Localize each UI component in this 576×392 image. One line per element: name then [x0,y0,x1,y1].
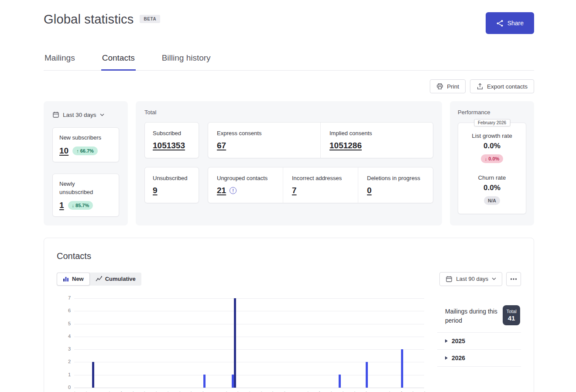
x-axis-tick: 15 [269,391,276,392]
period-panel: Last 30 days New subscribers 10 ↑66.7% N… [44,101,128,225]
toggle-cumulative[interactable]: Cumulative [90,273,141,286]
x-axis-tick: 09 [246,391,253,392]
chevron-down-icon [492,277,496,280]
total-panel: Total Subscribed 1051353 Express consent… [136,101,442,225]
implied-consents-value[interactable]: 1051286 [329,141,362,150]
info-icon[interactable]: ! [230,187,237,194]
ungrouped-contacts-section: Ungrouped contacts 21 ! [208,167,283,203]
express-consents-value[interactable]: 67 [217,141,226,150]
deletions-value[interactable]: 0 [367,186,372,195]
gridline [74,311,424,311]
x-axis-tick: 10 [130,391,137,392]
chart-bar[interactable] [366,362,368,388]
chart-bar[interactable] [234,298,236,388]
y-axis-tick: 1 [59,372,71,377]
gridline [74,375,424,375]
tab-contacts[interactable]: Contacts [101,51,136,71]
chart-range-label: Last 90 days [456,276,488,282]
page-title: Global statistics [44,12,134,27]
implied-consents-section: Implied consents 1051286 [320,123,433,158]
chart-bar[interactable] [401,349,403,388]
year-row-2025[interactable]: 2025 [437,333,521,350]
contacts-chart: 0123456726290104071013161922252831030609… [57,296,427,388]
subscribed-value[interactable]: 1051353 [153,141,185,150]
unsubscribed-value[interactable]: 9 [153,186,158,195]
tab-billing-history[interactable]: Billing history [161,51,212,70]
printer-icon [436,83,443,90]
x-axis-tick: 03 [223,391,230,392]
x-axis-tick: 25 [188,391,195,392]
performance-card: February 2026 List growth rate 0.0% ↓0.0… [458,123,526,214]
more-options-button[interactable] [506,272,521,286]
gridline [74,324,424,324]
performance-panel: Performance February 2026 List growth ra… [450,101,534,225]
share-icon [496,20,504,27]
new-subscribers-value[interactable]: 10 [59,146,69,156]
newly-unsubscribed-card: Newly unsubscribed 1 ↓85.7% [52,174,119,217]
toggle-cumulative-label: Cumulative [105,276,136,282]
mailings-total-value: 41 [508,314,515,322]
x-axis-tick: 13 [141,391,148,392]
gridline [74,362,424,362]
incorrect-addresses-section: Incorrect addresses 7 [283,167,358,203]
period-range-dropdown[interactable]: Last 30 days [52,107,104,122]
churn-rate-metric: Churn rate 0.0% N/A [478,174,506,205]
x-axis-tick: 04 [106,391,113,392]
period-range-label: Last 30 days [63,112,96,118]
newly-unsubscribed-badge-text: 85.7% [75,203,89,208]
ungrouped-contacts-value[interactable]: 21 [217,186,226,195]
x-axis-tick: 18 [281,391,288,392]
x-axis-tick: 23 [421,391,428,392]
new-subscribers-card: New subscribers 10 ↑66.7% [52,127,119,162]
x-axis-tick: 06 [234,391,241,392]
global-statistics-page: Global statistics BETA Share Mailings Co… [0,12,576,392]
x-axis-tick: 20 [409,391,416,392]
incorrect-addresses-value[interactable]: 7 [292,186,297,195]
tab-mailings[interactable]: Mailings [44,51,76,70]
export-contacts-button[interactable]: Export contacts [470,79,534,93]
churn-rate-value: 0.0% [483,184,501,192]
subscribed-label: Subscribed [153,130,191,136]
toggle-new[interactable]: New [57,273,90,286]
chart-bar[interactable] [203,375,206,387]
mailings-panel: Mailings during this period Total 41 202… [437,296,521,388]
implied-consents-label: Implied consents [329,130,424,136]
x-axis-tick: 28 [199,391,206,392]
tab-bar: Mailings Contacts Billing history [44,51,534,71]
deletions-label: Deletions in progress [367,175,424,181]
export-contacts-label: Export contacts [487,83,528,90]
new-subscribers-badge-text: 66.7% [80,148,94,153]
list-growth-rate-badge-text: 0.0% [488,156,499,161]
newly-unsubscribed-value[interactable]: 1 [59,201,64,210]
y-axis-tick: 7 [59,295,71,300]
chart-toolbar: New Cumulative [57,272,521,286]
mailings-total-label: Total [507,309,517,314]
y-axis-tick: 0 [59,385,71,390]
subscribed-card: Subscribed 1051353 [144,122,199,158]
new-subscribers-badge: ↑66.7% [72,147,98,155]
ellipsis-icon [510,278,517,280]
arrow-down-icon: ↓ [72,203,75,208]
chart-bar[interactable] [232,375,234,387]
chart-mode-toggle: New Cumulative [57,273,141,286]
y-axis-tick: 5 [59,321,71,326]
contacts-chart-card: Contacts New [44,238,534,392]
share-button[interactable]: Share [486,12,534,34]
chart-range-dropdown[interactable]: Last 90 days [439,272,502,286]
print-button[interactable]: Print [430,79,466,93]
churn-rate-badge: N/A [484,196,500,205]
export-icon [477,83,483,90]
share-button-label: Share [507,20,524,27]
y-axis-tick: 3 [59,346,71,351]
calendar-icon [446,276,453,283]
contact-issues-card: Ungrouped contacts 21 ! Incorrect addres… [208,167,433,203]
chart-bar[interactable] [92,362,94,388]
performance-panel-title: Performance [458,109,526,116]
express-consents-label: Express consents [217,130,312,136]
gridline [74,298,424,299]
chart-plot: 0123456726290104071013161922252831030609… [74,298,424,388]
chart-bar[interactable] [339,375,341,387]
newly-unsubscribed-badge: ↓85.7% [68,201,93,210]
year-row-2026[interactable]: 2026 [437,350,521,367]
chevron-down-icon [100,113,104,116]
